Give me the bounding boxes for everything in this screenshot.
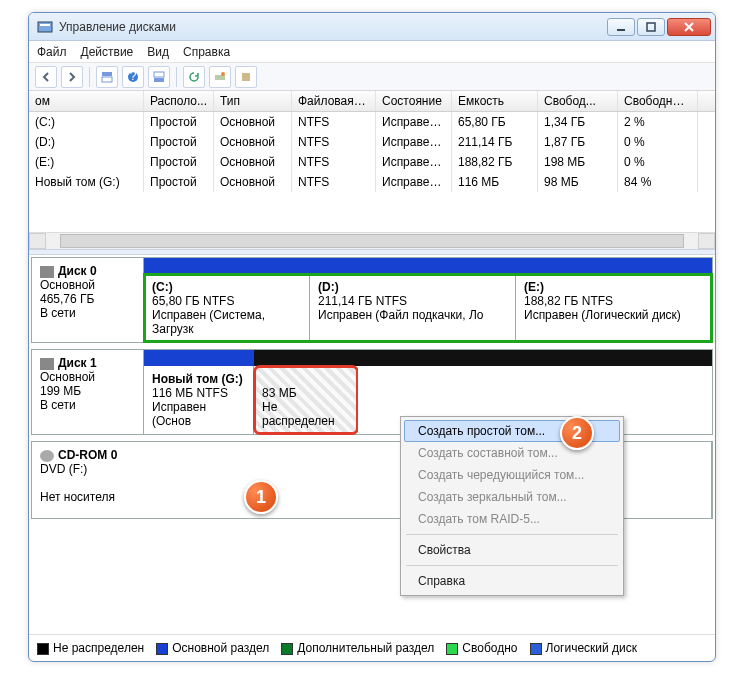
svg-rect-6 [102, 72, 112, 76]
toolbar: ? [29, 63, 715, 91]
partition-e[interactable]: (E:) 188,82 ГБ NTFS Исправен (Логический… [516, 274, 712, 342]
titlebar[interactable]: Управление дисками [29, 13, 715, 41]
legend: Не распределен Основной раздел Дополните… [29, 634, 715, 661]
partition-c[interactable]: (C:) 65,80 ГБ NTFS Исправен (Система, За… [144, 274, 310, 342]
help-icon[interactable]: ? [122, 66, 144, 88]
callout-badge-1: 1 [244, 480, 278, 514]
menu-action[interactable]: Действие [81, 45, 134, 59]
partition-g[interactable]: Новый том (G:) 116 МБ NTFS Исправен (Осн… [144, 366, 254, 434]
column-headers[interactable]: ом Располо... Тип Файловая с... Состояни… [29, 91, 715, 112]
disk-icon [40, 358, 54, 370]
menu-create-striped-volume: Создать чередующийся том... [404, 464, 620, 486]
col-volume[interactable]: ом [29, 91, 144, 111]
unallocated-space[interactable]: 83 МБ Не распределен [254, 366, 358, 434]
menu-properties[interactable]: Свойства [404, 539, 620, 561]
menubar: Файл Действие Вид Справка [29, 41, 715, 63]
maximize-button[interactable] [637, 18, 665, 36]
col-type[interactable]: Тип [214, 91, 292, 111]
window-title: Управление дисками [59, 20, 605, 34]
svg-rect-11 [154, 78, 164, 82]
col-fs[interactable]: Файловая с... [292, 91, 376, 111]
volume-row[interactable]: Новый том (G:)ПростойОсновнойNTFSИсправе… [29, 172, 715, 192]
back-button[interactable] [35, 66, 57, 88]
volume-row[interactable]: (C:)ПростойОсновнойNTFSИсправен...65,80 … [29, 112, 715, 132]
col-capacity[interactable]: Емкость [452, 91, 538, 111]
svg-rect-10 [154, 72, 164, 77]
menu-help[interactable]: Справка [183, 45, 230, 59]
col-status[interactable]: Состояние [376, 91, 452, 111]
view-top-button[interactable] [96, 66, 118, 88]
callout-badge-2: 2 [560, 416, 594, 450]
menu-help[interactable]: Справка [404, 570, 620, 592]
rescan-button[interactable] [209, 66, 231, 88]
app-icon [37, 19, 53, 35]
svg-point-13 [221, 72, 225, 76]
disk-0-row[interactable]: Диск 0 Основной 465,76 ГБ В сети (C:) 65… [31, 257, 713, 343]
volume-row[interactable]: (E:)ПростойОсновнойNTFSИсправен...188,82… [29, 152, 715, 172]
disk-icon [40, 266, 54, 278]
volume-row[interactable]: (D:)ПростойОсновнойNTFSИсправен...211,14… [29, 132, 715, 152]
scroll-thumb[interactable] [60, 234, 684, 248]
cdrom-icon [40, 450, 54, 462]
svg-rect-14 [242, 73, 250, 81]
menu-create-mirrored-volume: Создать зеркальный том... [404, 486, 620, 508]
forward-button[interactable] [61, 66, 83, 88]
minimize-button[interactable] [607, 18, 635, 36]
scroll-right[interactable] [698, 233, 715, 249]
h-scrollbar[interactable] [29, 232, 715, 249]
menu-create-raid5-volume: Создать том RAID-5... [404, 508, 620, 530]
menu-file[interactable]: Файл [37, 45, 67, 59]
scroll-left[interactable] [29, 233, 46, 249]
disk-0-stripe [144, 258, 712, 274]
svg-rect-3 [647, 23, 655, 31]
svg-text:?: ? [130, 71, 137, 83]
col-freepct[interactable]: Свободно % [618, 91, 698, 111]
svg-rect-1 [40, 24, 50, 26]
volume-list: ом Располо... Тип Файловая с... Состояни… [29, 91, 715, 249]
refresh-button[interactable] [183, 66, 205, 88]
disk-0-header: Диск 0 Основной 465,76 ГБ В сети [32, 258, 144, 342]
svg-rect-7 [102, 77, 112, 82]
close-button[interactable] [667, 18, 711, 36]
partition-d[interactable]: (D:) 211,14 ГБ NTFS Исправен (Файл подка… [310, 274, 516, 342]
disk-1-header: Диск 1 Основной 199 МБ В сети [32, 350, 144, 434]
settings-button[interactable] [235, 66, 257, 88]
svg-rect-0 [38, 22, 52, 32]
col-layout[interactable]: Располо... [144, 91, 214, 111]
col-free[interactable]: Свобод... [538, 91, 618, 111]
menu-view[interactable]: Вид [147, 45, 169, 59]
view-bottom-button[interactable] [148, 66, 170, 88]
